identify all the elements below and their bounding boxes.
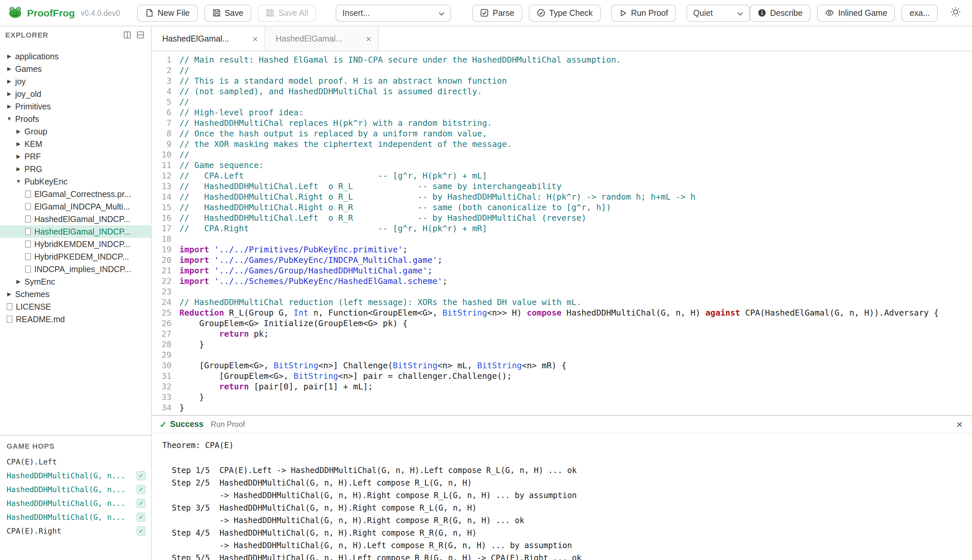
save-label: Save [224, 8, 243, 17]
explorer-item-pubkeyenc[interactable]: ▼PubKeyEnc [0, 175, 151, 188]
explorer-item-readme-md[interactable]: README.md [0, 313, 151, 325]
brand: ProofFrog v0.4.0.dev0 [8, 4, 120, 22]
file-icon [25, 190, 31, 198]
line-number: 29 [152, 350, 171, 360]
line-number: 12 [152, 171, 171, 181]
explorer-item-elgamal-correctness-pr[interactable]: ElGamal_Correctness.pr... [0, 188, 151, 200]
chevron-right-icon: ▶ [5, 78, 13, 84]
code-line: 14// HashedDDHMultiChal.Right o R_L -- b… [152, 192, 972, 202]
output-line: Step 5/5 HashedDDHMultiChal(G, n, H).Lef… [162, 552, 972, 560]
new-file-label: New File [157, 8, 189, 17]
collapse-all-icon[interactable] [134, 29, 146, 40]
explorer-item-joy-old[interactable]: ▶joy_old [0, 88, 151, 100]
line-number: 14 [152, 192, 171, 202]
code-line: 24// HashedDDHMultiChal reduction (left … [152, 297, 972, 308]
explorer-item-primitives[interactable]: ▶Primitives [0, 100, 151, 113]
frog-logo-icon [8, 4, 22, 22]
game-hop-hashedddhmultichal-g-n[interactable]: HashedDDHMultiChal(G, n...✓ [0, 510, 151, 524]
parse-label: Parse [493, 8, 514, 17]
run-proof-button[interactable]: Run Proof [611, 4, 676, 22]
info-icon [757, 8, 766, 17]
type-check-button[interactable]: Type Check [529, 4, 601, 22]
chevron-right-icon: ▶ [5, 66, 13, 72]
game-hop-hashedddhmultichal-g-n[interactable]: HashedDDHMultiChal(G, n...✓ [0, 468, 151, 482]
explorer-item-label: ElGamal_Correctness.pr... [34, 189, 131, 198]
app-title: ProofFrog [27, 7, 75, 18]
editor-tab-1[interactable]: HashedElGamal...× [152, 27, 265, 51]
explorer-item-hashedelgamal-indcp[interactable]: HashedElGamal_INDCP... [0, 225, 151, 238]
game-hops-panel: GAME HOPS CPA(E).LeftHashedDDHMultiChal(… [0, 435, 151, 560]
explorer-item-applications[interactable]: ▶applications [0, 50, 151, 63]
close-icon[interactable]: × [366, 34, 371, 43]
code-line: 10// [152, 150, 972, 160]
game-hop-cpa-e-left[interactable]: CPA(E).Left [0, 455, 151, 468]
explorer-item-games[interactable]: ▶Games [0, 63, 151, 75]
code-line: 18 [152, 234, 972, 245]
save-icon [212, 8, 221, 17]
file-icon [25, 215, 31, 223]
line-number: 2 [152, 65, 171, 76]
output-line: Step 1/5 CPA(E).Left -> HashedDDHMultiCh… [162, 465, 972, 477]
close-icon[interactable]: × [956, 419, 963, 430]
explorer-item-group[interactable]: ▶Group [0, 125, 151, 138]
close-icon[interactable]: × [253, 34, 258, 43]
explorer-item-indcpa-implies-indcp[interactable]: INDCPA_implies_INDCP... [0, 263, 151, 275]
code-line: 31 [GroupElem<G>, BitString<n>] pair = c… [152, 371, 972, 382]
output-body: Theorem: CPA(E) Step 1/5 CPA(E).Left -> … [152, 433, 972, 560]
code-line: 33 } [152, 392, 972, 403]
line-number: 31 [152, 371, 171, 382]
explorer-item-hybridkemdem-indcp[interactable]: HybridKEMDEM_INDCP... [0, 238, 151, 250]
explorer-item-kem[interactable]: ▶KEM [0, 138, 151, 150]
check-icon: ✓ [137, 512, 146, 522]
extra-button[interactable]: exa... [902, 4, 938, 22]
output-lines: Theorem: CPA(E) Step 1/5 CPA(E).Left -> … [162, 440, 972, 560]
line-number: 11 [152, 160, 171, 171]
code-line: 25Reduction R_L(Group G, Int n, Function… [152, 308, 972, 318]
explorer-item-joy[interactable]: ▶joy [0, 75, 151, 88]
explorer-item-hashedelgamal-indcp[interactable]: HashedElGamal_INDCP... [0, 213, 151, 225]
game-hop-hashedddhmultichal-g-n[interactable]: HashedDDHMultiChal(G, n...✓ [0, 496, 151, 510]
code-line: 22import '../../Schemes/PubKeyEnc/Hashed… [152, 276, 972, 287]
explorer-item-hybridpkedem-indcp[interactable]: HybridPKEDEM_INDCP... [0, 250, 151, 263]
editor-tab-2[interactable]: HashedElGamal...× [265, 27, 378, 51]
chevron-right-icon: ▶ [5, 53, 13, 59]
explorer-item-license[interactable]: LICENSE [0, 300, 151, 313]
explorer-item-proofs[interactable]: ▼Proofs [0, 113, 151, 125]
code-line: 4// (not sampled), and HashedDDHMultiCha… [152, 86, 972, 97]
save-all-icon [266, 8, 274, 17]
new-file-button[interactable]: New File [137, 4, 197, 22]
game-hop-cpa-e-right[interactable]: CPA(E).Right✓ [0, 524, 151, 538]
verbosity-dropdown[interactable]: Quiet [686, 4, 749, 22]
game-hop-hashedddhmultichal-g-n[interactable]: HashedDDHMultiChal(G, n...✓ [0, 482, 151, 496]
line-number: 1 [152, 55, 171, 65]
code-line: 29 [152, 350, 972, 360]
save-all-button[interactable]: Save All [258, 4, 316, 22]
explorer-item-symenc[interactable]: ▶SymEnc [0, 275, 151, 288]
code-line: 2// [152, 65, 972, 76]
insert-dropdown[interactable]: Insert... [336, 4, 452, 22]
inlined-game-button[interactable]: Inlined Game [817, 4, 895, 22]
explorer-item-label: PRG [24, 164, 42, 173]
code-line: 32 return [pair[0], pair[1] + mL]; [152, 382, 972, 392]
expand-all-icon[interactable] [121, 29, 132, 40]
run-proof-label: Run Proof [631, 8, 668, 17]
theme-toggle-button[interactable] [947, 4, 964, 22]
explorer-item-schemes[interactable]: ▶Schemes [0, 288, 151, 300]
parse-button[interactable]: Parse [472, 4, 522, 22]
chevron-down-icon [438, 8, 445, 17]
tab-label: HashedElGamal... [276, 34, 361, 43]
code-line: 30 [GroupElem<G>, BitString<n>] Challeng… [152, 360, 972, 371]
code-line: 6// High-level proof idea: [152, 107, 972, 118]
explorer-item-label: README.md [16, 315, 65, 324]
insert-dropdown-value: Insert... [343, 8, 370, 17]
code-line: 12// CPA.Left -- [g^r, H(pk^r) + mL] [152, 171, 972, 181]
explorer-item-label: SymEnc [24, 277, 55, 286]
explorer-item-prf[interactable]: ▶PRF [0, 150, 151, 163]
explorer-item-prg[interactable]: ▶PRG [0, 163, 151, 175]
describe-button[interactable]: Describe [749, 4, 810, 22]
code-editor[interactable]: 1// Main result: Hashed ElGamal is IND-C… [152, 52, 972, 415]
explorer-item-elgamal-indcpa-multi[interactable]: ElGamal_INDCPA_Multi... [0, 200, 151, 213]
save-button[interactable]: Save [204, 4, 251, 22]
line-number: 23 [152, 287, 171, 297]
sidebar: EXPLORER ▶applications▶Games▶joy▶joy_old… [0, 27, 152, 560]
